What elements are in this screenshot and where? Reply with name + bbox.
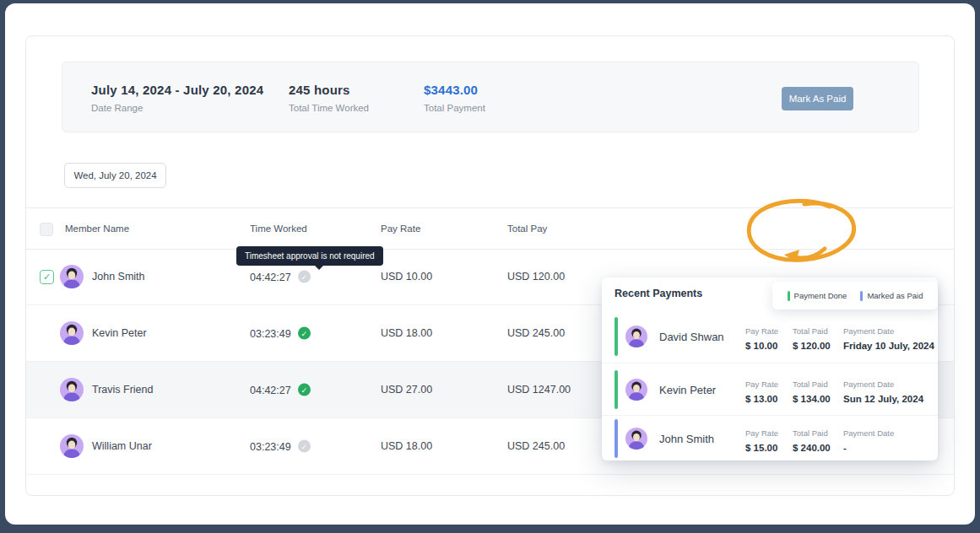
avatar: [625, 379, 647, 401]
legend-marked-as-paid: Marked as Paid: [860, 291, 923, 301]
payment-legend: Payment Done Marked as Paid: [772, 282, 938, 310]
table-header: Member Name Time Worked Pay Rate Total P…: [26, 207, 954, 250]
total-pay: USD 245.00: [507, 327, 565, 339]
total-time-label: Total Time Worked: [289, 103, 369, 113]
avatar: [625, 428, 647, 450]
date-range-value: July 14, 2024 - July 20, 2024: [91, 83, 263, 97]
mark-as-paid-button-summary[interactable]: Mark As Paid: [782, 87, 853, 110]
col-header-member: Member Name: [65, 223, 129, 234]
stat-date-range: July 14, 2024 - July 20, 2024 Date Range: [91, 83, 263, 113]
time-worked: 03:23:49: [250, 440, 291, 452]
total-paid-label: Total Paid: [793, 428, 828, 438]
pay-rate: USD 10.00: [381, 271, 432, 283]
approval-status-icon[interactable]: ✓: [298, 327, 311, 340]
stat-total-payment: $3443.00 Total Payment: [424, 83, 485, 113]
avatar: [625, 326, 647, 347]
member-name: John Smith: [92, 271, 145, 283]
date-range-label: Date Range: [91, 103, 263, 113]
status-accent-bar: [615, 370, 618, 409]
total-payment-label: Total Payment: [424, 103, 485, 113]
payment-date-value: -: [843, 443, 894, 453]
timesheet-card: July 14, 2024 - July 20, 2024 Date Range…: [25, 35, 955, 496]
col-header-rate: Pay Rate: [381, 223, 420, 234]
approval-status-icon[interactable]: ✓: [298, 440, 311, 453]
payment-date-value: Friday 10 July, 2024: [843, 341, 934, 351]
total-paid-value: $ 120.00: [793, 341, 831, 351]
date-filter-chip[interactable]: Wed, July 20, 2024: [64, 163, 166, 188]
green-bar-icon: [788, 291, 790, 301]
member-name: Travis Friend: [92, 384, 153, 396]
pay-rate-label: Pay Rate: [745, 326, 778, 336]
pay-rate-label: Pay Rate: [745, 380, 778, 389]
payment-date-label: Payment Date: [843, 380, 894, 389]
pay-rate: USD 27.00: [381, 384, 432, 396]
recent-payments-popup: Recent Payments Payment Done Marked as P…: [602, 277, 938, 460]
summary-bar: July 14, 2024 - July 20, 2024 Date Range…: [62, 62, 919, 132]
pay-rate-value: $ 13.00: [745, 394, 778, 404]
pay-rate-value: $ 10.00: [745, 341, 778, 351]
recent-payments-title: Recent Payments: [615, 288, 702, 299]
col-header-total: Total Pay: [507, 223, 547, 234]
status-accent-bar: [615, 317, 618, 356]
pay-rate: USD 18.00: [381, 327, 432, 339]
status-accent-bar: [615, 419, 618, 458]
total-pay: USD 120.00: [507, 271, 565, 283]
total-paid-value: $ 240.00: [793, 443, 831, 453]
payment-row: John Smith Pay Rate$ 15.00 Total Paid$ 2…: [602, 416, 938, 460]
payment-row: Kevin Peter Pay Rate$ 13.00 Total Paid$ …: [602, 363, 938, 416]
payment-date-value: Sun 12 July, 2024: [843, 394, 923, 404]
payee-name: Kevin Peter: [659, 383, 716, 396]
pay-rate: USD 18.00: [381, 440, 432, 452]
approval-tooltip: Timesheet approval is not required: [236, 246, 383, 266]
pay-rate-label: Pay Rate: [745, 428, 778, 438]
time-worked: 04:42:27: [250, 384, 291, 396]
stat-total-time: 245 hours Total Time Worked: [289, 83, 369, 113]
app-window: July 14, 2024 - July 20, 2024 Date Range…: [5, 3, 975, 525]
col-header-time: Time Worked: [250, 223, 307, 234]
total-pay: USD 1247.00: [507, 384, 571, 396]
total-paid-label: Total Paid: [793, 326, 828, 336]
legend-payment-done: Payment Done: [788, 291, 847, 301]
approval-status-icon[interactable]: ✓: [298, 271, 311, 283]
member-name: William Unar: [92, 440, 152, 452]
avatar: [60, 378, 84, 401]
approval-status-icon[interactable]: ✓: [298, 384, 311, 396]
member-name: Kevin Peter: [92, 327, 147, 339]
total-pay: USD 245.00: [507, 440, 565, 452]
payment-row: David Shwan Pay Rate$ 10.00 Total Paid$ …: [602, 310, 938, 363]
pay-rate-value: $ 15.00: [745, 443, 778, 453]
avatar: [60, 265, 84, 288]
payee-name: David Shwan: [659, 330, 724, 342]
payment-date-label: Payment Date: [843, 428, 894, 438]
time-worked: 03:23:49: [250, 327, 291, 339]
payee-name: John Smith: [659, 432, 714, 444]
total-time-value: 245 hours: [289, 83, 369, 97]
row-checkbox[interactable]: ✓: [40, 270, 54, 284]
avatar: [60, 434, 84, 458]
avatar: [60, 321, 84, 345]
time-worked: 04:42:27: [250, 271, 291, 283]
payment-date-label: Payment Date: [843, 326, 894, 336]
total-payment-value: $3443.00: [424, 83, 485, 97]
total-paid-label: Total Paid: [793, 380, 828, 389]
total-paid-value: $ 134.00: [793, 394, 831, 404]
select-all-checkbox[interactable]: [40, 223, 53, 236]
blue-bar-icon: [860, 291, 863, 301]
